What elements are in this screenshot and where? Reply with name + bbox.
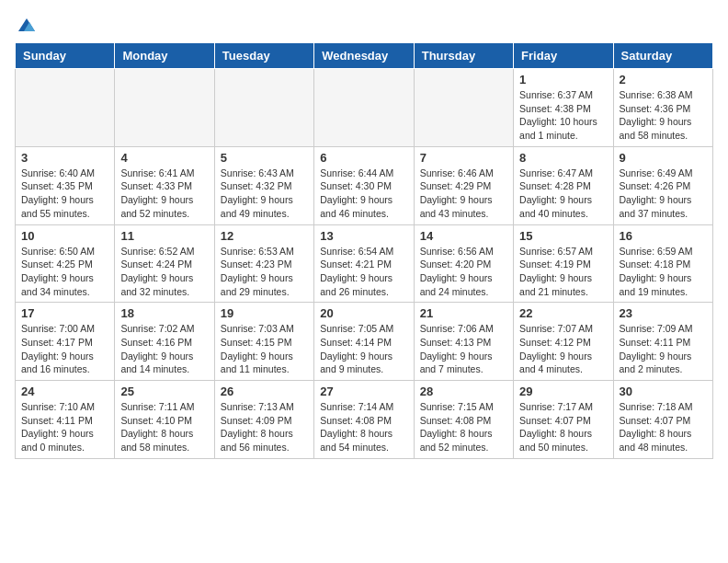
day-cell: 17Sunrise: 7:00 AM Sunset: 4:17 PM Dayli…: [16, 303, 115, 381]
weekday-header-friday: Friday: [514, 43, 613, 69]
day-info: Sunrise: 7:07 AM Sunset: 4:12 PM Dayligh…: [519, 322, 607, 376]
week-row-1: 3Sunrise: 6:40 AM Sunset: 4:35 PM Daylig…: [16, 146, 713, 224]
day-cell: [214, 69, 313, 147]
day-cell: 1Sunrise: 6:37 AM Sunset: 4:38 PM Daylig…: [514, 69, 613, 147]
day-number: 11: [120, 229, 208, 243]
day-number: 26: [221, 385, 308, 398]
day-number: 23: [620, 306, 707, 320]
day-info: Sunrise: 7:17 AM Sunset: 4:07 PM Dayligh…: [519, 400, 607, 454]
calendar-table: SundayMondayTuesdayWednesdayThursdayFrid…: [15, 42, 713, 459]
week-row-3: 17Sunrise: 7:00 AM Sunset: 4:17 PM Dayli…: [16, 303, 713, 381]
day-number: 7: [420, 151, 507, 165]
day-number: 6: [320, 151, 407, 165]
day-info: Sunrise: 7:11 AM Sunset: 4:10 PM Dayligh…: [120, 400, 208, 454]
day-number: 3: [21, 151, 108, 165]
day-number: 15: [519, 229, 607, 243]
weekday-header-monday: Monday: [115, 43, 214, 69]
day-number: 22: [519, 306, 607, 320]
day-number: 24: [21, 385, 108, 398]
day-cell: [314, 69, 414, 147]
day-cell: 28Sunrise: 7:15 AM Sunset: 4:08 PM Dayli…: [414, 381, 513, 459]
day-cell: 12Sunrise: 6:53 AM Sunset: 4:23 PM Dayli…: [214, 224, 313, 303]
day-number: 25: [120, 385, 208, 398]
day-info: Sunrise: 7:18 AM Sunset: 4:07 PM Dayligh…: [620, 400, 707, 454]
day-cell: 5Sunrise: 6:43 AM Sunset: 4:32 PM Daylig…: [214, 146, 313, 224]
logo-icon: [17, 15, 37, 35]
week-row-4: 24Sunrise: 7:10 AM Sunset: 4:11 PM Dayli…: [16, 381, 713, 459]
day-cell: 29Sunrise: 7:17 AM Sunset: 4:07 PM Dayli…: [514, 381, 613, 459]
day-info: Sunrise: 6:41 AM Sunset: 4:33 PM Dayligh…: [120, 167, 208, 221]
day-info: Sunrise: 7:03 AM Sunset: 4:15 PM Dayligh…: [221, 322, 308, 376]
day-cell: 13Sunrise: 6:54 AM Sunset: 4:21 PM Dayli…: [314, 224, 414, 303]
day-info: Sunrise: 7:06 AM Sunset: 4:13 PM Dayligh…: [420, 322, 507, 376]
header: [15, 15, 713, 31]
day-info: Sunrise: 6:38 AM Sunset: 4:36 PM Dayligh…: [620, 88, 707, 143]
day-info: Sunrise: 7:09 AM Sunset: 4:11 PM Dayligh…: [620, 322, 707, 376]
day-cell: 10Sunrise: 6:50 AM Sunset: 4:25 PM Dayli…: [16, 224, 115, 303]
day-info: Sunrise: 6:57 AM Sunset: 4:19 PM Dayligh…: [519, 245, 607, 299]
weekday-header-thursday: Thursday: [414, 43, 513, 69]
weekday-header-sunday: Sunday: [16, 43, 115, 69]
logo: [15, 15, 37, 31]
day-cell: 30Sunrise: 7:18 AM Sunset: 4:07 PM Dayli…: [613, 381, 712, 459]
day-number: 10: [21, 229, 108, 243]
day-cell: 7Sunrise: 6:46 AM Sunset: 4:29 PM Daylig…: [414, 146, 513, 224]
day-cell: 19Sunrise: 7:03 AM Sunset: 4:15 PM Dayli…: [214, 303, 313, 381]
day-cell: 27Sunrise: 7:14 AM Sunset: 4:08 PM Dayli…: [314, 381, 414, 459]
day-info: Sunrise: 6:53 AM Sunset: 4:23 PM Dayligh…: [221, 245, 308, 299]
day-cell: [115, 69, 214, 147]
day-number: 5: [221, 151, 308, 165]
day-number: 2: [620, 73, 707, 86]
day-number: 8: [519, 151, 607, 165]
day-number: 19: [221, 306, 308, 320]
day-cell: 2Sunrise: 6:38 AM Sunset: 4:36 PM Daylig…: [613, 69, 712, 147]
day-cell: 11Sunrise: 6:52 AM Sunset: 4:24 PM Dayli…: [115, 224, 214, 303]
main-container: SundayMondayTuesdayWednesdayThursdayFrid…: [0, 0, 728, 474]
day-cell: 8Sunrise: 6:47 AM Sunset: 4:28 PM Daylig…: [514, 146, 613, 224]
day-info: Sunrise: 6:46 AM Sunset: 4:29 PM Dayligh…: [420, 167, 507, 221]
week-row-0: 1Sunrise: 6:37 AM Sunset: 4:38 PM Daylig…: [16, 69, 713, 147]
day-info: Sunrise: 6:59 AM Sunset: 4:18 PM Dayligh…: [620, 245, 707, 299]
day-cell: 14Sunrise: 6:56 AM Sunset: 4:20 PM Dayli…: [414, 224, 513, 303]
day-cell: [16, 69, 115, 147]
day-number: 13: [320, 229, 407, 243]
day-cell: 3Sunrise: 6:40 AM Sunset: 4:35 PM Daylig…: [16, 146, 115, 224]
day-info: Sunrise: 6:49 AM Sunset: 4:26 PM Dayligh…: [620, 167, 707, 221]
weekday-header-tuesday: Tuesday: [214, 43, 313, 69]
day-number: 14: [420, 229, 507, 243]
day-info: Sunrise: 7:00 AM Sunset: 4:17 PM Dayligh…: [21, 322, 108, 376]
day-cell: 9Sunrise: 6:49 AM Sunset: 4:26 PM Daylig…: [613, 146, 712, 224]
day-number: 18: [120, 306, 208, 320]
day-cell: 23Sunrise: 7:09 AM Sunset: 4:11 PM Dayli…: [613, 303, 712, 381]
day-info: Sunrise: 7:14 AM Sunset: 4:08 PM Dayligh…: [320, 400, 407, 454]
day-number: 27: [320, 385, 407, 398]
day-cell: 18Sunrise: 7:02 AM Sunset: 4:16 PM Dayli…: [115, 303, 214, 381]
day-number: 12: [221, 229, 308, 243]
day-number: 20: [320, 306, 407, 320]
day-number: 4: [120, 151, 208, 165]
day-cell: 6Sunrise: 6:44 AM Sunset: 4:30 PM Daylig…: [314, 146, 414, 224]
day-cell: 4Sunrise: 6:41 AM Sunset: 4:33 PM Daylig…: [115, 146, 214, 224]
day-info: Sunrise: 6:37 AM Sunset: 4:38 PM Dayligh…: [519, 88, 607, 143]
day-cell: 26Sunrise: 7:13 AM Sunset: 4:09 PM Dayli…: [214, 381, 313, 459]
day-info: Sunrise: 6:43 AM Sunset: 4:32 PM Dayligh…: [221, 167, 308, 221]
day-info: Sunrise: 7:10 AM Sunset: 4:11 PM Dayligh…: [21, 400, 108, 454]
weekday-header-row: SundayMondayTuesdayWednesdayThursdayFrid…: [16, 43, 713, 69]
day-number: 30: [620, 385, 707, 398]
day-info: Sunrise: 7:05 AM Sunset: 4:14 PM Dayligh…: [320, 322, 407, 376]
day-cell: 20Sunrise: 7:05 AM Sunset: 4:14 PM Dayli…: [314, 303, 414, 381]
day-cell: 24Sunrise: 7:10 AM Sunset: 4:11 PM Dayli…: [16, 381, 115, 459]
day-cell: 21Sunrise: 7:06 AM Sunset: 4:13 PM Dayli…: [414, 303, 513, 381]
day-info: Sunrise: 7:13 AM Sunset: 4:09 PM Dayligh…: [221, 400, 308, 454]
day-number: 9: [620, 151, 707, 165]
weekday-header-saturday: Saturday: [613, 43, 712, 69]
day-number: 28: [420, 385, 507, 398]
day-info: Sunrise: 6:52 AM Sunset: 4:24 PM Dayligh…: [120, 245, 208, 299]
day-cell: 15Sunrise: 6:57 AM Sunset: 4:19 PM Dayli…: [514, 224, 613, 303]
day-cell: 16Sunrise: 6:59 AM Sunset: 4:18 PM Dayli…: [613, 224, 712, 303]
day-cell: 25Sunrise: 7:11 AM Sunset: 4:10 PM Dayli…: [115, 381, 214, 459]
day-cell: [414, 69, 513, 147]
day-info: Sunrise: 6:54 AM Sunset: 4:21 PM Dayligh…: [320, 245, 407, 299]
day-number: 21: [420, 306, 507, 320]
day-info: Sunrise: 6:44 AM Sunset: 4:30 PM Dayligh…: [320, 167, 407, 221]
